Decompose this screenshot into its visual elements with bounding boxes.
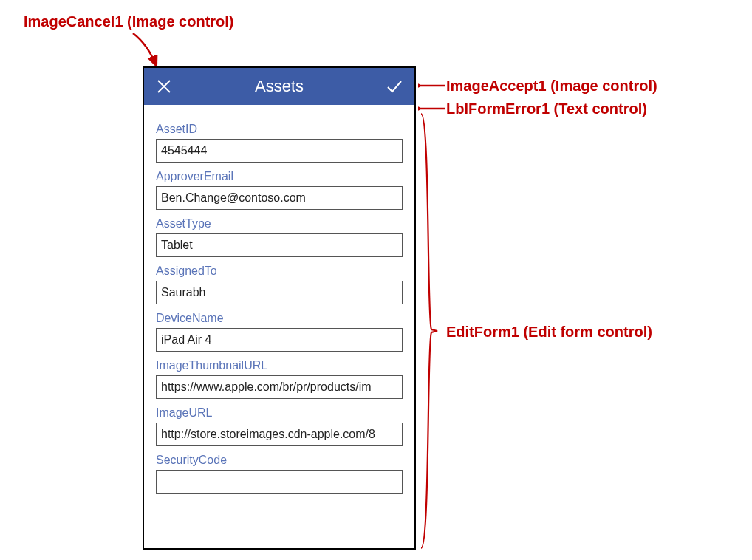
imagethumbnailurl-input[interactable]	[156, 375, 403, 399]
assetid-input[interactable]	[156, 139, 403, 163]
devicename-input[interactable]	[156, 328, 403, 352]
assettype-input[interactable]	[156, 233, 403, 257]
brace-editform	[418, 111, 440, 551]
assignedto-input[interactable]	[156, 281, 403, 304]
annotation-error-label: LblFormError1 (Text control)	[446, 100, 647, 117]
field-label: ImageThumbnailURL	[156, 359, 403, 372]
field-label: SecurityCode	[156, 454, 403, 467]
annotation-editform: EditForm1 (Edit form control)	[446, 324, 652, 341]
annotation-accept: ImageAccept1 (Image control)	[446, 78, 657, 95]
field-devicename: DeviceName	[156, 312, 403, 352]
app-frame: Assets AssetID ApproverEmail AssetType	[143, 66, 416, 550]
close-icon	[156, 78, 172, 95]
check-icon	[386, 78, 403, 95]
imageurl-input[interactable]	[156, 423, 403, 446]
approveremail-input[interactable]	[156, 186, 403, 210]
field-imageurl: ImageURL	[156, 406, 403, 446]
accept-button[interactable]	[382, 74, 407, 99]
field-securitycode: SecurityCode	[156, 454, 403, 494]
title-bar: Assets	[144, 68, 414, 105]
annotation-cancel: ImageCancel1 (Image control)	[24, 13, 234, 30]
field-imagethumbnailurl: ImageThumbnailURL	[156, 359, 403, 399]
arrow-accept	[418, 80, 448, 92]
field-label: DeviceName	[156, 312, 403, 325]
field-assetid: AssetID	[156, 123, 403, 163]
page-title: Assets	[177, 77, 382, 96]
field-label: ApproverEmail	[156, 170, 403, 183]
field-assettype: AssetType	[156, 217, 403, 257]
field-assignedto: AssignedTo	[156, 264, 403, 304]
cancel-button[interactable]	[151, 74, 177, 99]
field-label: AssignedTo	[156, 264, 403, 278]
field-label: ImageURL	[156, 406, 403, 420]
edit-form: AssetID ApproverEmail AssetType Assigned…	[144, 109, 414, 504]
securitycode-input[interactable]	[156, 470, 403, 494]
field-label: AssetType	[156, 217, 403, 231]
field-approveremail: ApproverEmail	[156, 170, 403, 210]
field-label: AssetID	[156, 123, 403, 136]
